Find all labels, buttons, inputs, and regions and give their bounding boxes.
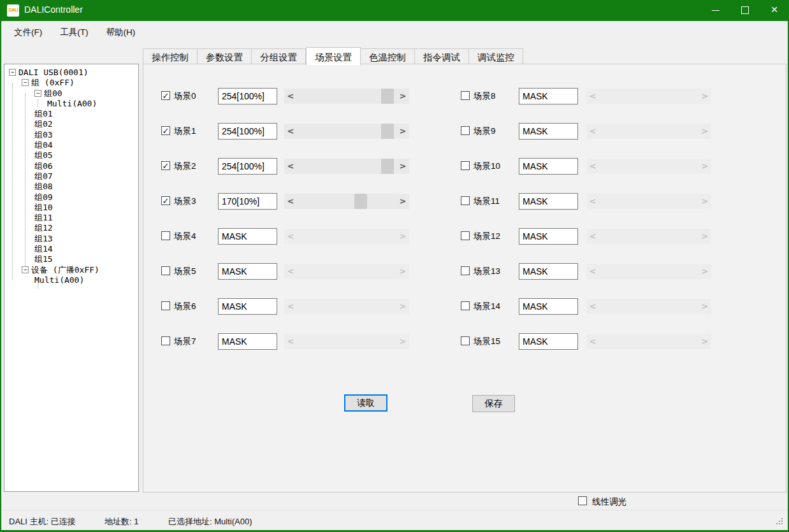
scene-slider[interactable]: <> [284,159,409,174]
scene-checkbox[interactable] [461,161,470,170]
tree-item[interactable]: 组09 [4,192,138,203]
tree-item[interactable]: 组07 [4,171,138,182]
minimize-button[interactable] [701,0,730,21]
scene-checkbox[interactable] [461,301,470,310]
scene-checkbox[interactable]: ✓ [161,126,170,135]
scene-checkbox[interactable] [161,266,170,275]
scene-value-input[interactable] [519,193,578,210]
tree-item[interactable]: 组11 [4,213,138,223]
tree-item[interactable]: 组03 [4,130,138,140]
close-icon: × [771,3,778,16]
slider-thumb[interactable] [381,159,394,174]
tab-5[interactable]: 色温控制 [361,48,415,64]
tree-item[interactable]: 组05 [4,150,138,161]
slider-left-arrow-icon[interactable]: < [284,124,297,139]
scene-slider[interactable]: <> [284,194,409,209]
slider-right-arrow-icon[interactable]: > [396,124,409,139]
scene-slider[interactable]: <> [284,124,409,139]
slider-left-arrow-icon[interactable]: < [284,194,297,209]
menu-item-help[interactable]: 帮助(H) [98,21,145,44]
scene-value-input[interactable] [519,298,578,315]
close-button[interactable]: × [760,0,789,21]
tab-6[interactable]: 指令调试 [415,48,469,64]
scene-checkbox[interactable] [161,336,170,345]
scene-value-input[interactable] [218,228,277,245]
scene-value-input[interactable] [218,158,277,175]
maximize-button[interactable] [730,0,760,21]
resize-grip-icon[interactable] [775,518,783,526]
scene-checkbox[interactable] [461,266,470,275]
scene-slider[interactable]: <> [284,89,409,104]
tree-item[interactable]: 组15 [4,254,138,264]
tree-item[interactable]: 组01 [4,109,138,119]
tree-item-label: 组04 [34,140,53,150]
scene-value-input[interactable] [218,263,277,280]
linear-dimming-checkbox[interactable] [578,496,587,505]
tree-item[interactable]: −设备 (广播0xFF) [4,265,138,275]
scene-checkbox[interactable] [461,126,470,135]
scene-value-input[interactable] [218,88,277,104]
scene-slider: <> [586,264,711,279]
tab-3[interactable]: 分组设置 [252,48,306,64]
tree-item[interactable]: 组10 [4,203,138,213]
tree-item[interactable]: 组08 [4,182,138,192]
save-button[interactable]: 保存 [472,395,515,412]
tree-item[interactable]: 组14 [4,244,138,254]
scene-value-input[interactable] [218,298,277,315]
tree-item[interactable]: 组12 [4,223,138,233]
scene-slider: <> [284,334,409,349]
tab-7[interactable]: 调试监控 [469,48,523,64]
tree-item[interactable]: −DALI USB(0001) [4,68,138,78]
tree-item[interactable]: Multi(A00) [4,99,138,109]
tree-item[interactable]: 组02 [4,119,138,129]
scene-checkbox[interactable]: ✓ [161,91,170,100]
scene-value-input[interactable] [218,193,277,210]
collapse-minus-icon[interactable]: − [22,266,29,273]
scene-checkbox[interactable] [161,231,170,240]
scene-value-input[interactable] [218,333,277,350]
slider-left-arrow-icon[interactable]: < [284,89,297,104]
slider-thumb[interactable] [381,89,394,104]
scene-value-input[interactable] [218,123,277,140]
scene-value-input[interactable] [519,263,578,280]
tree-item-label: DALI USB(0001) [18,68,89,78]
tree-item[interactable]: 组13 [4,234,138,244]
slider-left-arrow-icon: < [586,264,599,279]
read-button[interactable]: 读取 [344,394,387,412]
scene-checkbox[interactable]: ✓ [161,196,170,205]
scene-value-input[interactable] [519,88,578,104]
tab-4[interactable]: 场景设置 [306,47,361,65]
tree-item[interactable]: 组06 [4,161,138,171]
scene-checkbox[interactable] [461,336,470,345]
menu-item-file[interactable]: 文件(F) [5,21,51,44]
scene-value-input[interactable] [519,158,578,175]
scene-value-input[interactable] [519,123,578,140]
slider-thumb[interactable] [354,194,367,209]
slider-left-arrow-icon[interactable]: < [284,159,297,174]
tree-item[interactable]: Multi(A00) [4,275,138,285]
slider-right-arrow-icon: > [396,334,409,349]
slider-left-arrow-icon: < [586,334,599,349]
scene-slider: <> [586,194,711,209]
menu-item-tools[interactable]: 工具(T) [51,21,97,44]
tree-item[interactable]: 组04 [4,140,138,150]
scene-value-input[interactable] [519,333,578,350]
scene-settings-panel: 读取 保存 ✓场景0<>✓场景1<>✓场景2<>✓场景3<>场景4<>场景5<>… [143,64,786,492]
tree-item[interactable]: −组00 [4,89,138,99]
tree-item[interactable]: −组 (0xFF) [4,78,138,88]
slider-right-arrow-icon[interactable]: > [396,194,409,209]
scene-checkbox[interactable] [461,231,470,240]
collapse-minus-icon[interactable]: − [34,90,41,97]
slider-thumb[interactable] [381,124,394,139]
collapse-minus-icon[interactable]: − [22,79,29,86]
scene-checkbox[interactable] [161,301,170,310]
slider-right-arrow-icon[interactable]: > [396,159,409,174]
slider-right-arrow-icon[interactable]: > [396,89,409,104]
collapse-minus-icon[interactable]: − [9,69,16,76]
scene-checkbox[interactable] [461,91,470,100]
scene-checkbox[interactable]: ✓ [161,161,170,170]
tab-1[interactable]: 操作控制 [143,48,198,64]
tab-2[interactable]: 参数设置 [198,48,252,64]
scene-value-input[interactable] [519,228,578,245]
scene-checkbox[interactable] [461,196,470,205]
